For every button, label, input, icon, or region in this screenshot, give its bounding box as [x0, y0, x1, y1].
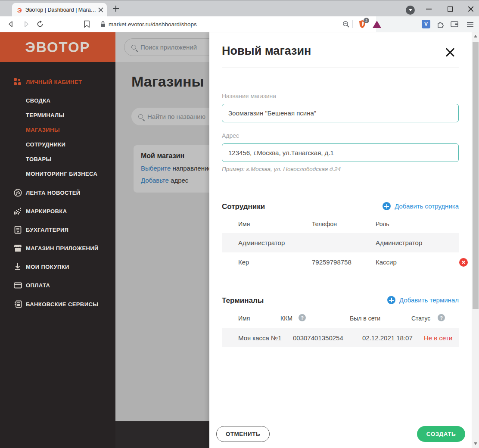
zoom-out-icon[interactable] — [341, 19, 351, 29]
employees-section-title: Сотрудники — [222, 202, 265, 211]
v-extension-icon[interactable]: V — [421, 19, 431, 29]
scrollbar[interactable] — [472, 32, 479, 448]
address-label: Адрес — [222, 132, 239, 139]
rss-icon — [13, 188, 22, 197]
terminal-row: Моя касса №1 00307401350254 02.12.2021 1… — [222, 328, 459, 347]
lock-icon[interactable] — [98, 19, 108, 29]
tab-search-button[interactable] — [406, 6, 415, 15]
tab-close-icon[interactable] — [98, 7, 103, 12]
browser-tab[interactable]: Э Эвотор | Dashboard | Магазины — [12, 3, 107, 17]
qr-code-icon — [13, 206, 22, 216]
sidebar-item-shops[interactable]: МАГАЗИНЫ — [0, 123, 115, 136]
url-bar[interactable]: market.evotor.ru/dashboard/shops — [109, 21, 197, 28]
terminal-kkm: 00307401350254 — [293, 328, 343, 347]
shield-badge: 2 — [364, 18, 369, 23]
employees-header-name: Имя — [238, 221, 250, 227]
window-close-button[interactable] — [464, 4, 477, 14]
dashboard-grid-icon — [13, 77, 22, 87]
sidebar-item-bank-services[interactable]: БАНКОВСКИЕ СЕРВИСЫ — [0, 298, 115, 311]
browser-menu-icon[interactable] — [465, 19, 475, 29]
evotor-logo: ЭВОТОР — [25, 39, 90, 56]
browser-tab-strip: Э Эвотор | Dashboard | Магазины — [0, 0, 479, 16]
close-icon — [468, 6, 474, 12]
sidebar-item-app-store[interactable]: МАГАЗИН ПРИЛОЖЕНИЙ — [0, 242, 115, 255]
terminals-section-title: Терминалы — [222, 296, 264, 305]
modal-close-icon[interactable] — [444, 46, 456, 58]
status-help-icon[interactable]: ? — [438, 314, 445, 321]
bat-rewards-icon[interactable] — [372, 19, 382, 29]
employee-name: Кер — [238, 252, 249, 272]
employee-row: Администратор Администратор — [222, 233, 459, 252]
window-minimize-button[interactable] — [422, 4, 435, 14]
minimize-icon — [426, 9, 432, 9]
shop-name-input[interactable]: Зоомагазин "Бешеная псина" — [222, 104, 459, 122]
scroll-down-icon[interactable] — [474, 442, 477, 445]
add-employee-button[interactable]: Добавить сотрудника — [383, 202, 459, 210]
employee-phone: 79259798758 — [312, 252, 351, 272]
sidebar: ЭВОТОР ЛИЧНЫЙ КАБИНЕТ СВОДКА ТЕРМИНАЛЫ М… — [0, 32, 115, 448]
bank-terminal-icon — [13, 299, 22, 309]
employees-header-phone: Телефон — [312, 221, 337, 227]
create-button[interactable]: СОЗДАТЬ — [417, 426, 465, 442]
extensions-puzzle-icon[interactable] — [436, 19, 445, 29]
kkm-help-icon[interactable]: ? — [299, 314, 306, 321]
remove-employee-icon[interactable] — [459, 258, 468, 267]
employee-role: Администратор — [376, 233, 422, 252]
reload-button[interactable] — [35, 19, 45, 29]
terminals-header-name: Имя — [238, 315, 250, 322]
sidebar-item-personal-cabinet[interactable]: ЛИЧНЫЙ КАБИНЕТ — [0, 75, 115, 88]
plus-icon — [113, 6, 119, 12]
sidebar-item-goods[interactable]: ТОВАРЫ — [0, 152, 115, 165]
scroll-up-icon[interactable] — [474, 35, 477, 37]
sidebar-item-employees[interactable]: СОТРУДНИКИ — [0, 138, 115, 151]
back-button[interactable] — [6, 19, 16, 29]
address-input[interactable]: 123456, г.Москва, ул.Танагская, д.1 — [222, 143, 459, 162]
page-viewport: ЭВОТОР ЛИЧНЫЙ КАБИНЕТ СВОДКА ТЕРМИНАЛЫ М… — [0, 32, 479, 448]
forward-button[interactable] — [22, 19, 31, 29]
terminals-header-status: Статус — [411, 315, 430, 322]
evotor-favicon: Э — [17, 6, 22, 14]
sidebar-item-accounting[interactable]: БУХГАЛТЕРИЯ — [0, 223, 115, 236]
plus-circle-icon — [383, 202, 391, 210]
divider — [222, 68, 459, 68]
scrollbar-thumb[interactable] — [473, 42, 479, 309]
sidebar-item-payment[interactable]: ОПЛАТА — [0, 279, 115, 292]
toolbar-divider — [352, 20, 353, 28]
employee-row: Кер 79259798758 Кассир — [222, 252, 459, 272]
sidebar-item-news-feed[interactable]: ЛЕНТА НОВОСТЕЙ — [0, 186, 115, 199]
sidebar-item-business-monitoring[interactable]: МОНИТОРИНГ БИЗНЕСА — [0, 167, 115, 180]
plus-circle-icon — [387, 296, 395, 304]
terminals-header-online: Был в сети — [350, 315, 380, 322]
sidebar-item-my-purchases[interactable]: МОИ ПОКУПКИ — [0, 260, 115, 273]
new-shop-modal: Новый магазин Название магазина Зоомагаз… — [209, 32, 472, 448]
terminal-name: Моя касса №1 — [238, 328, 281, 347]
sidebar-item-terminals[interactable]: ТЕРМИНАЛЫ — [0, 109, 115, 121]
terminal-last-online: 02.12.2021 18:07 — [362, 328, 413, 347]
download-icon — [13, 262, 22, 271]
wallet-icon[interactable] — [450, 19, 459, 29]
new-tab-button[interactable] — [113, 6, 119, 13]
address-hint: Пример: г.Москва, ул. Новослободская д.2… — [222, 166, 341, 172]
sidebar-item-summary[interactable]: СВОДКА — [0, 94, 115, 107]
employee-name: Администратор — [238, 233, 285, 252]
employee-role: Кассир — [376, 252, 397, 272]
terminals-header-kkm: ККМ — [280, 315, 292, 322]
modal-title: Новый магазин — [222, 44, 311, 58]
credit-card-icon — [13, 280, 22, 290]
window-maximize-button[interactable] — [444, 4, 457, 14]
add-terminal-button[interactable]: Добавить терминал — [387, 296, 459, 304]
bookmark-icon[interactable] — [82, 19, 91, 29]
browser-toolbar: market.evotor.ru/dashboard/shops 2 V — [0, 16, 479, 32]
chevron-down-icon — [409, 9, 412, 11]
terminal-status: Не в сети — [424, 328, 452, 347]
shop-name-label: Название магазина — [222, 93, 276, 100]
evotor-logo-header[interactable]: ЭВОТОР — [0, 32, 115, 62]
cancel-button[interactable]: ОТМЕНИТЬ — [216, 426, 270, 442]
maximize-icon — [448, 6, 453, 12]
sidebar-item-marking[interactable]: МАРКИРОВКА — [0, 205, 115, 218]
employees-header-role: Роль — [376, 221, 389, 227]
tab-title: Эвотор | Dashboard | Магазины — [25, 7, 98, 13]
document-icon — [13, 225, 22, 234]
storefront-icon — [13, 243, 22, 253]
